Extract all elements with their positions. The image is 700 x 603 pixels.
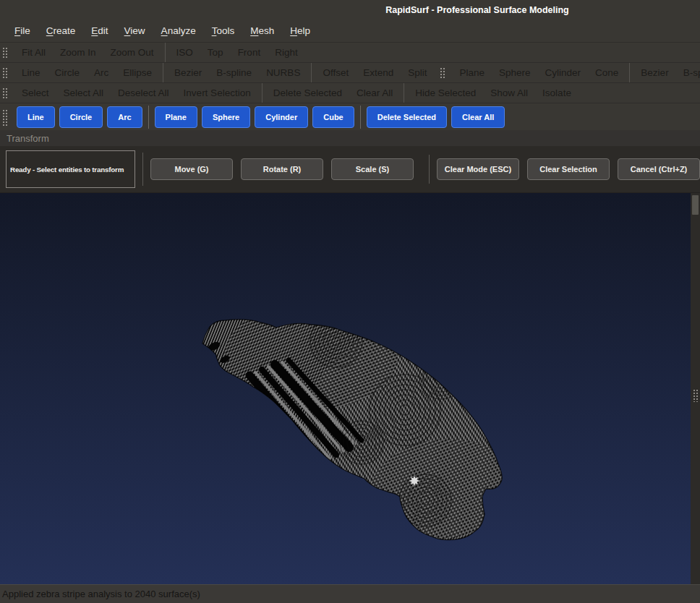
toolbar-group: SelectSelect AllDeselect AllInvert Selec… bbox=[11, 83, 262, 103]
transform-status-box: Ready - Select entities to transform bbox=[6, 150, 135, 188]
toolbar-button[interactable]: Right bbox=[268, 43, 305, 62]
drag-grip-icon[interactable] bbox=[2, 109, 8, 127]
toolbar-button[interactable]: Arc bbox=[87, 63, 116, 82]
toolbar-group: ISOTopFrontRight bbox=[165, 43, 309, 62]
toolbar-button[interactable]: Cylinder bbox=[538, 63, 589, 82]
transform-mode-buttons: Move (G)Rotate (R)Scale (S) bbox=[150, 158, 422, 180]
toolbar: PlaneSphereCylinderCone BezierB-spline bbox=[438, 63, 700, 82]
toolbar-button[interactable]: Cone bbox=[588, 63, 626, 82]
viewport-canvas[interactable] bbox=[0, 193, 691, 584]
transform-mode-button[interactable]: Scale (S) bbox=[331, 158, 414, 180]
transform-section: Transform bbox=[0, 130, 700, 146]
menu-item[interactable]: File bbox=[7, 23, 38, 38]
transform-mode-button[interactable]: Rotate (R) bbox=[241, 158, 323, 180]
toolbar-button[interactable]: Select All bbox=[56, 83, 111, 103]
toolbar-group: PlaneSphereCylinderCone bbox=[448, 63, 629, 82]
toolbar: LineCircleArcEllipse BezierB-splineNURBS… bbox=[0, 63, 438, 82]
window-title: RapidSurf - Professional Surface Modelin… bbox=[0, 5, 700, 15]
toolbar-button[interactable]: Sphere bbox=[492, 63, 538, 82]
transform-status-text: Ready - Select entities to transform bbox=[10, 166, 124, 174]
toolbar-button[interactable]: B-spline bbox=[676, 63, 700, 82]
toolbar-button[interactable]: Zoom Out bbox=[103, 43, 161, 62]
toolbar-button[interactable]: Line bbox=[14, 63, 48, 82]
toolbar-group: BezierB-spline bbox=[629, 63, 700, 82]
toolbar-button[interactable]: B-spline bbox=[209, 63, 259, 82]
toolbar-group: Delete SelectedClear All bbox=[262, 83, 404, 103]
toolbar-button[interactable]: Plane bbox=[452, 63, 492, 82]
toolbar-rows: Fit AllZoom InZoom Out ISOTopFrontRight … bbox=[0, 42, 700, 103]
toolbar-button[interactable]: Isolate bbox=[535, 83, 579, 103]
menu-item[interactable]: Tools bbox=[204, 23, 243, 38]
toolbar: SelectSelect AllDeselect AllInvert Selec… bbox=[0, 83, 582, 103]
scrollbar-grip-icon[interactable] bbox=[693, 389, 699, 402]
transform-action-button[interactable]: Cancel (Ctrl+Z) bbox=[618, 158, 700, 180]
toolbar-row: LineCircleArcEllipse BezierB-splineNURBS… bbox=[0, 62, 700, 82]
quick-button[interactable]: Plane bbox=[155, 106, 197, 128]
quick-button[interactable]: Sphere bbox=[202, 106, 250, 128]
toolbar-button[interactable]: ISO bbox=[169, 43, 200, 62]
toolbar-button[interactable]: Deselect All bbox=[111, 83, 176, 103]
title-bar: RapidSurf - Professional Surface Modelin… bbox=[0, 0, 700, 20]
toolbar-groups: Fit AllZoom InZoom Out ISOTopFrontRight bbox=[11, 43, 309, 62]
toolbar-button[interactable]: Split bbox=[401, 63, 434, 82]
toolbar-row: SelectSelect AllDeselect AllInvert Selec… bbox=[0, 82, 700, 103]
quick-button[interactable]: Delete Selected bbox=[367, 106, 447, 128]
toolbar-button[interactable]: Select bbox=[14, 83, 56, 103]
toolbar-button[interactable]: Front bbox=[231, 43, 268, 62]
quick-button-group: PlaneSphereCylinderCube bbox=[148, 106, 360, 129]
drag-grip-icon[interactable] bbox=[2, 87, 8, 99]
drag-grip-icon[interactable] bbox=[440, 67, 445, 79]
toolbar-button[interactable]: Delete Selected bbox=[266, 83, 349, 103]
toolbar-button[interactable]: Offset bbox=[315, 63, 356, 82]
toolbar-button[interactable]: Ellipse bbox=[116, 63, 159, 82]
toolbar-row: Fit AllZoom InZoom Out ISOTopFrontRight bbox=[0, 42, 700, 62]
transform-mode-button[interactable]: Move (G) bbox=[150, 158, 233, 180]
transform-action-button[interactable]: Clear Mode (ESC) bbox=[437, 158, 519, 180]
quick-button[interactable]: Cylinder bbox=[255, 106, 308, 128]
cursor-crosshair-icon bbox=[409, 476, 419, 486]
quick-button-group: LineCircleArc bbox=[11, 106, 148, 129]
quick-button-groups: LineCircleArc PlaneSphereCylinderCube De… bbox=[11, 106, 511, 129]
toolbar-group: Fit AllZoom InZoom Out bbox=[11, 43, 165, 62]
toolbar-button[interactable]: Invert Selection bbox=[176, 83, 258, 103]
quick-button[interactable]: Clear All bbox=[451, 106, 505, 128]
drag-grip-icon[interactable] bbox=[2, 67, 8, 79]
toolbar-group: BezierB-splineNURBS bbox=[163, 63, 311, 82]
toolbar-button[interactable]: NURBS bbox=[259, 63, 307, 82]
quick-button[interactable]: Cube bbox=[312, 106, 354, 128]
status-bar: Applied zebra stripe analysis to 2040 su… bbox=[0, 584, 700, 603]
toolbar-button[interactable]: Fit All bbox=[14, 43, 53, 62]
transform-section-label: Transform bbox=[7, 133, 49, 144]
menu-item[interactable]: Help bbox=[282, 23, 318, 38]
viewport bbox=[0, 192, 700, 584]
menu-item[interactable]: Analyze bbox=[153, 23, 204, 38]
toolbar-button[interactable]: Clear All bbox=[349, 83, 400, 103]
quick-button[interactable]: Arc bbox=[107, 106, 142, 128]
toolbar-button[interactable]: Top bbox=[200, 43, 231, 62]
toolbar-button[interactable]: Zoom In bbox=[53, 43, 103, 62]
menu-item[interactable]: Edit bbox=[83, 23, 116, 38]
transform-action-button[interactable]: Clear Selection bbox=[527, 158, 610, 180]
separator bbox=[429, 155, 430, 184]
menu-item[interactable]: Mesh bbox=[242, 23, 282, 38]
toolbar-button[interactable]: Show All bbox=[483, 83, 535, 103]
drag-grip-icon[interactable] bbox=[2, 47, 8, 59]
zebra-surface-model bbox=[0, 193, 691, 585]
toolbar-button[interactable]: Bezier bbox=[167, 63, 209, 82]
toolbar-button[interactable]: Circle bbox=[48, 63, 88, 82]
quick-button[interactable]: Circle bbox=[59, 106, 103, 128]
app-window: RapidSurf - Professional Surface Modelin… bbox=[0, 0, 700, 603]
viewport-scrollbar[interactable] bbox=[691, 193, 700, 584]
menu-item[interactable]: Create bbox=[38, 23, 84, 38]
toolbar-group: OffsetExtendSplit bbox=[311, 63, 438, 82]
menu-bar: FileCreateEditViewAnalyzeToolsMeshHelp bbox=[0, 20, 700, 42]
quick-button[interactable]: Line bbox=[17, 106, 55, 128]
quick-toolbar: LineCircleArc PlaneSphereCylinderCube De… bbox=[0, 103, 700, 130]
scrollbar-thumb[interactable] bbox=[692, 195, 699, 215]
menu-item[interactable]: View bbox=[116, 23, 153, 38]
transform-panel: Ready - Select entities to transform Mov… bbox=[0, 146, 700, 192]
toolbar-button[interactable]: Hide Selected bbox=[408, 83, 483, 103]
toolbar-button[interactable]: Bezier bbox=[633, 63, 675, 82]
toolbar-group: LineCircleArcEllipse bbox=[11, 63, 163, 82]
toolbar-button[interactable]: Extend bbox=[356, 63, 401, 82]
